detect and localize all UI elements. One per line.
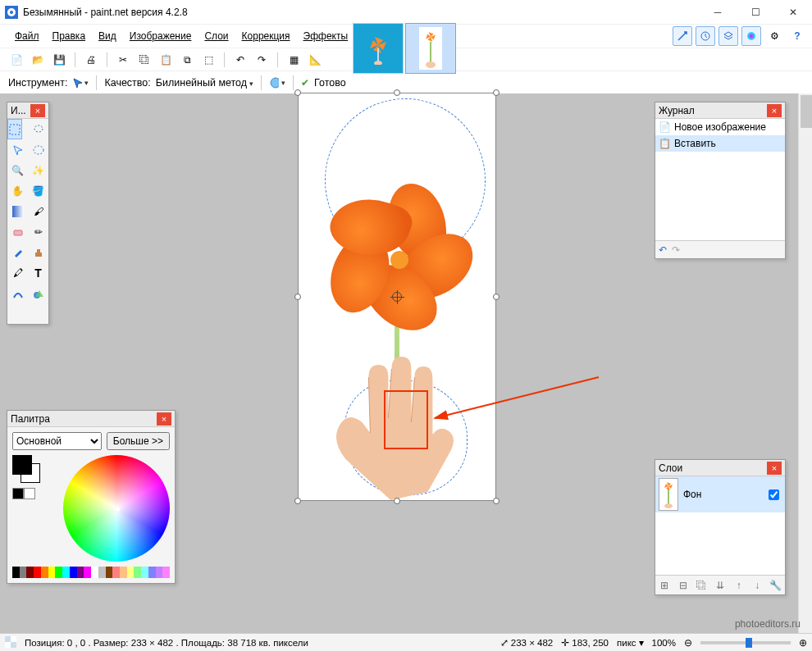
history-redo-icon[interactable]: ↷ (672, 244, 680, 256)
colors-panel[interactable]: Палитра × Основной Больше >> (7, 410, 176, 584)
reset-black-icon[interactable] (12, 488, 24, 499)
history-panel-header[interactable]: Журнал × (655, 102, 785, 119)
layer-down-icon[interactable]: ↓ (750, 578, 764, 593)
sampling-dropdown[interactable] (269, 75, 285, 91)
panel-toggle-history[interactable] (696, 26, 715, 46)
strip-swatch[interactable] (120, 567, 127, 578)
history-item-paste[interactable]: 📋Вставить (655, 135, 785, 152)
layers-panel-close[interactable]: × (767, 462, 782, 475)
panel-toggle-colors[interactable] (741, 26, 761, 46)
strip-swatch[interactable] (12, 567, 20, 578)
strip-swatch[interactable] (141, 567, 148, 578)
tool-color-picker[interactable] (7, 242, 28, 262)
strip-swatch[interactable] (41, 567, 48, 578)
tools-panel-close[interactable]: × (30, 104, 45, 117)
new-file-icon[interactable]: 📄 (8, 52, 25, 68)
maximize-button[interactable]: ☐ (737, 0, 774, 25)
history-panel-close[interactable]: × (767, 104, 782, 117)
tool-rect-select[interactable] (7, 119, 22, 139)
minimize-button[interactable]: ─ (699, 0, 737, 25)
reset-white-icon[interactable] (24, 488, 35, 499)
save-icon[interactable]: 💾 (51, 52, 67, 68)
strip-swatch[interactable] (148, 567, 156, 578)
panel-toggle-layers[interactable] (718, 26, 738, 46)
strip-swatch[interactable] (134, 567, 141, 578)
tools-panel[interactable]: И... × 🔍 ✨ ✋ 🪣 🖌 ✏ 🖍 T (7, 102, 49, 325)
document-thumb-1[interactable] (353, 23, 404, 74)
color-swatches[interactable] (12, 455, 42, 485)
colors-panel-header[interactable]: Палитра × (7, 411, 175, 427)
tool-ellipse-select[interactable] (28, 139, 48, 160)
copy-icon[interactable]: ⿻ (136, 52, 153, 68)
tool-brush[interactable]: 🖌 (28, 201, 48, 221)
tool-lasso[interactable] (28, 119, 48, 139)
menu-file[interactable]: Файл (8, 29, 46, 43)
strip-swatch[interactable] (55, 567, 62, 578)
strip-swatch[interactable] (106, 567, 113, 578)
primary-color-swatch[interactable] (12, 455, 32, 475)
tool-clone[interactable] (28, 242, 48, 262)
history-panel[interactable]: Журнал × 📄Новое изображение 📋Вставить ↶ … (655, 102, 786, 259)
layers-panel-header[interactable]: Слои × (655, 460, 785, 476)
cut-icon[interactable]: ✂ (115, 52, 131, 68)
layer-add-icon[interactable]: ⊞ (657, 578, 672, 593)
crop-icon[interactable]: ⧉ (179, 52, 195, 68)
layer-visibility-checkbox[interactable] (769, 489, 779, 500)
handle-bottom-right[interactable] (493, 498, 500, 504)
strip-swatch[interactable] (34, 567, 41, 578)
vertical-scrollbar[interactable] (798, 93, 812, 633)
menu-adjust[interactable]: Коррекция (235, 29, 297, 43)
document-thumb-2[interactable] (405, 23, 456, 74)
handle-top-right[interactable] (493, 89, 500, 96)
color-wheel[interactable] (63, 455, 170, 562)
menu-image[interactable]: Изображение (123, 29, 198, 43)
tools-panel-header[interactable]: И... × (7, 102, 48, 119)
tool-magic-wand[interactable]: ✨ (28, 160, 48, 180)
redo-icon[interactable]: ↷ (253, 52, 270, 68)
strip-swatch[interactable] (62, 567, 70, 578)
tool-line[interactable] (7, 283, 28, 303)
strip-swatch[interactable] (26, 567, 34, 578)
print-icon[interactable]: 🖨 (83, 52, 99, 68)
tool-move-pixels[interactable] (7, 139, 28, 160)
menu-view[interactable]: Вид (92, 29, 123, 43)
strip-swatch[interactable] (77, 567, 84, 578)
instrument-picker[interactable] (72, 75, 89, 91)
handle-top[interactable] (394, 89, 400, 96)
menu-edit[interactable]: Правка (46, 29, 93, 43)
handle-right[interactable] (493, 294, 500, 300)
strip-swatch[interactable] (156, 567, 163, 578)
history-undo-icon[interactable]: ↶ (659, 244, 667, 256)
zoom-out-icon[interactable]: ⊖ (684, 637, 692, 649)
canvas[interactable] (299, 93, 495, 500)
history-item-new[interactable]: 📄Новое изображение (655, 119, 785, 135)
strip-swatch[interactable] (91, 567, 98, 578)
transform-pivot[interactable] (392, 292, 402, 302)
open-file-icon[interactable]: 📂 (30, 52, 46, 68)
quality-dropdown[interactable]: Билинейный метод (156, 77, 253, 89)
layers-panel[interactable]: Слои × Фон ⊞ ⊟ ⿻ ⇊ ↑ ↓ 🔧 (655, 459, 786, 595)
menu-layers[interactable]: Слои (198, 29, 235, 43)
handle-top-left[interactable] (294, 89, 301, 96)
help-icon[interactable]: ? (787, 26, 807, 46)
layer-duplicate-icon[interactable]: ⿻ (694, 578, 709, 593)
tool-recolor[interactable]: 🖍 (7, 262, 28, 283)
menu-effects[interactable]: Эффекты (297, 29, 355, 43)
strip-swatch[interactable] (98, 567, 106, 578)
strip-swatch[interactable] (84, 567, 91, 578)
undo-icon[interactable]: ↶ (232, 52, 249, 68)
layer-props-icon[interactable]: 🔧 (769, 578, 783, 593)
color-mode-select[interactable]: Основной (12, 432, 102, 450)
color-strip[interactable] (12, 567, 170, 578)
layer-merge-icon[interactable]: ⇊ (713, 578, 728, 593)
tool-shapes[interactable] (28, 283, 48, 303)
grid-icon[interactable]: ▦ (285, 52, 302, 68)
panel-toggle-tools[interactable] (673, 26, 692, 46)
status-zoom[interactable]: 100% (652, 638, 676, 648)
strip-swatch[interactable] (20, 567, 27, 578)
handle-bottom-left[interactable] (294, 498, 301, 504)
deselect-icon[interactable]: ⬚ (200, 52, 217, 68)
strip-swatch[interactable] (162, 567, 170, 578)
tool-gradient[interactable] (7, 201, 28, 221)
tool-pencil[interactable]: ✏ (28, 221, 48, 242)
